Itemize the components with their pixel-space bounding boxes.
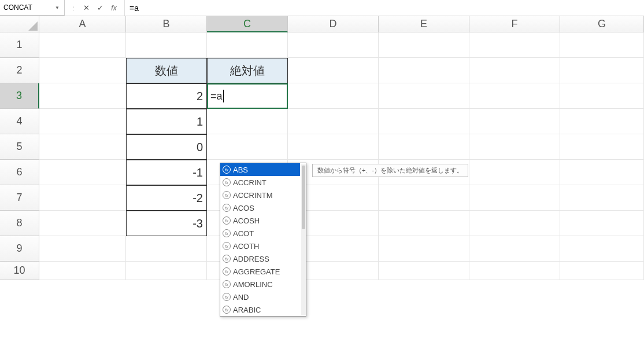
cell-g7[interactable]: [560, 185, 644, 211]
cell-f4[interactable]: [469, 109, 560, 134]
cell-d4[interactable]: [288, 109, 379, 134]
row-header-2[interactable]: 2: [0, 58, 39, 83]
cell-b9[interactable]: [126, 236, 207, 262]
cell-b5[interactable]: 0: [126, 134, 207, 160]
cell-e10[interactable]: [379, 262, 469, 280]
column-header-d[interactable]: D: [288, 16, 379, 32]
column-header-f[interactable]: F: [469, 16, 560, 32]
cell-e7[interactable]: [379, 185, 469, 211]
cell-c1[interactable]: [207, 32, 288, 58]
cell-a1[interactable]: [39, 32, 126, 58]
cell-g3[interactable]: [560, 83, 644, 109]
cell-b6[interactable]: -1: [126, 160, 207, 185]
cell-d5[interactable]: [288, 134, 379, 160]
cell-e1[interactable]: [379, 32, 469, 58]
cell-a8[interactable]: [39, 211, 126, 236]
cell-a6[interactable]: [39, 160, 126, 185]
cell-c4[interactable]: [207, 109, 288, 134]
row-header-3[interactable]: 3: [0, 83, 39, 109]
autocomplete-item-and[interactable]: fxAND: [220, 291, 300, 303]
cell-c3[interactable]: =a: [207, 83, 288, 109]
cell-b7[interactable]: -2: [126, 185, 207, 211]
cell-a5[interactable]: [39, 134, 126, 160]
cell-e8[interactable]: [379, 211, 469, 236]
row-header-1[interactable]: 1: [0, 32, 39, 58]
name-box[interactable]: ▼: [0, 0, 65, 16]
cell-e5[interactable]: [379, 134, 469, 160]
cell-f5[interactable]: [469, 134, 560, 160]
autocomplete-item-label: ACOS: [233, 204, 254, 212]
cell-a4[interactable]: [39, 109, 126, 134]
cell-b10[interactable]: [126, 262, 207, 280]
autocomplete-item-address[interactable]: fxADDRESS: [220, 252, 300, 265]
column-header-a[interactable]: A: [39, 16, 126, 32]
column-header-b[interactable]: B: [126, 16, 207, 32]
autocomplete-item-accrint[interactable]: fxACCRINT: [220, 176, 300, 189]
cell-e4[interactable]: [379, 109, 469, 134]
column-header-c[interactable]: C: [207, 16, 288, 32]
cell-g6[interactable]: [560, 160, 644, 185]
autocomplete-item-acosh[interactable]: fxACOSH: [220, 214, 300, 227]
name-box-dropdown-icon[interactable]: ▼: [52, 5, 62, 10]
cell-f7[interactable]: [469, 185, 560, 211]
cell-e3[interactable]: [379, 83, 469, 109]
autocomplete-item-arabic[interactable]: fxARABIC: [220, 303, 300, 316]
cell-a10[interactable]: [39, 262, 126, 280]
cell-a2[interactable]: [39, 58, 126, 83]
row-header-6[interactable]: 6: [0, 160, 39, 185]
autocomplete-item-abs[interactable]: fxABS: [220, 163, 300, 176]
row-header-9[interactable]: 9: [0, 236, 39, 262]
cell-g1[interactable]: [560, 32, 644, 58]
autocomplete-item-acos[interactable]: fxACOS: [220, 201, 300, 214]
cell-f6[interactable]: [469, 160, 560, 185]
row-header-8[interactable]: 8: [0, 211, 39, 236]
autocomplete-scrollbar[interactable]: [301, 164, 306, 315]
cell-a3[interactable]: [39, 83, 126, 109]
column-header-g[interactable]: G: [560, 16, 644, 32]
cell-g9[interactable]: [560, 236, 644, 262]
select-all-corner[interactable]: [0, 16, 39, 32]
autocomplete-item-aggregate[interactable]: fxAGGREGATE: [220, 265, 300, 278]
cell-e9[interactable]: [379, 236, 469, 262]
cell-f8[interactable]: [469, 211, 560, 236]
insert-function-button[interactable]: fx: [107, 2, 121, 14]
cell-d1[interactable]: [288, 32, 379, 58]
cell-f1[interactable]: [469, 32, 560, 58]
autocomplete-item-amorlinc[interactable]: fxAMORLINC: [220, 278, 300, 291]
row-header-7[interactable]: 7: [0, 185, 39, 211]
cell-f9[interactable]: [469, 236, 560, 262]
cell-g8[interactable]: [560, 211, 644, 236]
cell-f2[interactable]: [469, 58, 560, 83]
column-header-e[interactable]: E: [379, 16, 469, 32]
row-header-4[interactable]: 4: [0, 109, 39, 134]
cell-e2[interactable]: [379, 58, 469, 83]
cell-a7[interactable]: [39, 185, 126, 211]
row-header-10[interactable]: 10: [0, 262, 39, 280]
cell-a9[interactable]: [39, 236, 126, 262]
autocomplete-scroll-thumb[interactable]: [302, 166, 305, 229]
cell-f10[interactable]: [469, 262, 560, 280]
cancel-button[interactable]: ✕: [79, 2, 93, 14]
autocomplete-item-acoth[interactable]: fxACOTH: [220, 240, 300, 252]
autocomplete-item-accrintm[interactable]: fxACCRINTM: [220, 189, 300, 201]
cell-b2[interactable]: 数値: [126, 58, 207, 83]
formula-input[interactable]: [125, 0, 644, 16]
cell-b8[interactable]: -3: [126, 211, 207, 236]
drag-handle-icon[interactable]: ⋮: [68, 5, 79, 11]
cell-g10[interactable]: [560, 262, 644, 280]
cell-b3[interactable]: 2: [126, 83, 207, 109]
cell-g5[interactable]: [560, 134, 644, 160]
cell-b4[interactable]: 1: [126, 109, 207, 134]
cell-g4[interactable]: [560, 109, 644, 134]
cell-d2[interactable]: [288, 58, 379, 83]
name-box-input[interactable]: [0, 3, 52, 12]
cell-g2[interactable]: [560, 58, 644, 83]
cell-c5[interactable]: [207, 134, 288, 160]
cell-f3[interactable]: [469, 83, 560, 109]
autocomplete-item-acot[interactable]: fxACOT: [220, 227, 300, 240]
cell-b1[interactable]: [126, 32, 207, 58]
enter-button[interactable]: ✓: [93, 2, 107, 14]
cell-c2[interactable]: 絶対値: [207, 58, 288, 83]
cell-d3[interactable]: [288, 83, 379, 109]
row-header-5[interactable]: 5: [0, 134, 39, 160]
